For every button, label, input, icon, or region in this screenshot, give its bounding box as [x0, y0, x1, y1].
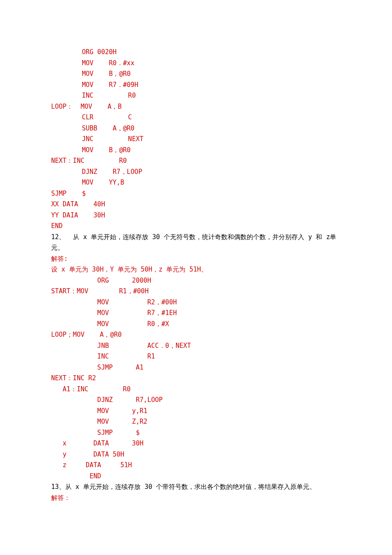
line-2: MOV B，@R0 [51, 69, 341, 80]
code-listing: ORG 0020H MOV R0．#xx MOV B，@R0 MOV R7．#0… [51, 47, 341, 503]
line-31: DJNZ R7,LOOP [51, 395, 341, 406]
line-39: 13、从 x 单元开始，连续存放 30 个带符号数，求出各个数的绝对值，将结果存… [51, 482, 341, 493]
line-6: CLR C [51, 112, 341, 123]
line-40: 解答： [51, 493, 341, 504]
line-0: ORG 0020H [51, 47, 341, 58]
line-24: MOV R0，#X [51, 319, 341, 330]
line-29: NEXT：INC R2 [51, 373, 341, 384]
line-35: x DATA 30H [51, 438, 341, 449]
line-30: A1：INC R0 [51, 384, 341, 395]
line-4: INC R0 [51, 90, 341, 101]
line-38: END [51, 471, 341, 482]
line-26: JNB ACC．0，NEXT [51, 341, 341, 352]
line-15: YY DAIA 30H [51, 210, 341, 221]
line-18: 解答: [51, 254, 341, 265]
line-27: INC R1 [51, 351, 341, 362]
line-33: MOV Z,R2 [51, 416, 341, 428]
line-8: JNC NEXT [51, 134, 341, 145]
line-10: NEXT：INC R0 [51, 156, 341, 167]
line-22: MOV R2，#00H [51, 297, 341, 308]
line-34: SJMP $ [51, 428, 341, 439]
line-37: z DATA 51H [51, 460, 341, 471]
line-17: 12、 从 x 单元开始，连续存放 30 个无符号数，统计奇数和偶数的个数，并分… [51, 232, 341, 254]
line-21: START：MOV R1，#00H [51, 286, 341, 297]
document-page: ORG 0020H MOV R0．#xx MOV B，@R0 MOV R7．#0… [0, 0, 392, 555]
line-20: ORG 2000H [51, 275, 341, 286]
line-3: MOV R7．#09H [51, 80, 341, 91]
line-28: SJMP A1 [51, 362, 341, 373]
line-7: SUBB A，@R0 [51, 123, 341, 134]
line-36: y DATA 50H [51, 449, 341, 460]
line-9: MOV B，@R0 [51, 145, 341, 156]
line-11: DJNZ R7，LOOP [51, 167, 341, 178]
line-13: SJMP $ [51, 188, 341, 199]
line-5: LOOP： MOV A，B [51, 101, 341, 113]
line-19: 设 x 单元为 30H，Y 单元为 50H，z 单元为 51H。 [51, 264, 341, 275]
line-16: END [51, 221, 341, 232]
line-32: MOV y,R1 [51, 406, 341, 417]
line-14: XX DATA 40H [51, 199, 341, 210]
line-23: MOV R7，#1EH [51, 308, 341, 319]
line-1: MOV R0．#xx [51, 58, 341, 69]
line-12: MOV YY,B [51, 177, 341, 188]
line-25: LOOP；MOV A，@R0 [51, 330, 341, 341]
